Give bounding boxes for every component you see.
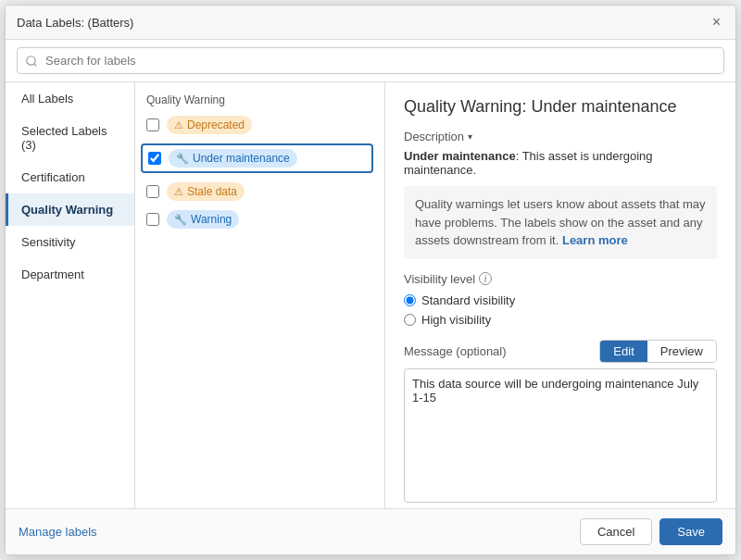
list-item: 🔧 Under maintenance <box>141 143 373 173</box>
maintenance-icon: 🔧 <box>176 153 189 165</box>
detail-panel: Quality Warning: Under maintenance Descr… <box>385 82 735 508</box>
list-item: 🔧 Warning <box>146 210 373 229</box>
dialog: Data Labels: (Batters) × All Labels Sele… <box>5 5 736 555</box>
message-label: Message (optional) <box>404 344 507 358</box>
standard-visibility-radio[interactable] <box>404 294 416 306</box>
search-input[interactable] <box>17 47 724 74</box>
high-visibility-radio[interactable] <box>404 314 416 326</box>
info-icon: i <box>479 272 492 285</box>
dialog-footer: Manage labels Cancel Save <box>6 508 735 554</box>
sidebar-item-all-labels[interactable]: All Labels <box>6 82 134 115</box>
panel-section-title: Quality Warning <box>146 93 373 106</box>
visibility-section: Visibility level i Standard visibility H… <box>404 272 717 327</box>
deprecated-badge: ⚠ Deprecated <box>167 116 252 134</box>
cancel-button[interactable]: Cancel <box>580 518 652 545</box>
preview-tab[interactable]: Preview <box>647 341 716 362</box>
description-header: Description ▾ <box>404 130 717 143</box>
close-button[interactable]: × <box>709 13 724 31</box>
standard-visibility-label: Standard visibility <box>421 293 515 307</box>
under-maintenance-checkbox[interactable] <box>148 152 161 165</box>
main-content: All Labels Selected Labels (3) Certifica… <box>6 82 735 508</box>
sidebar-item-selected-labels[interactable]: Selected Labels (3) <box>6 115 134 161</box>
visibility-label: Visibility level i <box>404 272 717 286</box>
tab-group: Edit Preview <box>599 340 717 363</box>
sidebar-item-sensitivity[interactable]: Sensitivity <box>6 226 134 258</box>
chevron-down-icon[interactable]: ▾ <box>468 131 472 142</box>
sidebar-item-department[interactable]: Department <box>6 258 134 291</box>
high-visibility-option: High visibility <box>404 313 717 327</box>
message-textarea[interactable]: This data source will be undergoing main… <box>404 368 717 503</box>
deprecated-checkbox[interactable] <box>146 118 159 131</box>
stale-icon: ⚠ <box>174 186 183 198</box>
footer-buttons: Cancel Save <box>580 518 722 545</box>
sidebar: All Labels Selected Labels (3) Certifica… <box>6 82 135 508</box>
manage-labels-link[interactable]: Manage labels <box>19 525 97 539</box>
list-item: ⚠ Deprecated <box>146 116 373 134</box>
info-text: Quality warnings let users know about as… <box>415 197 706 247</box>
save-button[interactable]: Save <box>659 518 722 545</box>
description-text: Under maintenance: This asset is undergo… <box>404 149 717 177</box>
message-section: Message (optional) Edit Preview This dat… <box>404 340 717 509</box>
high-visibility-label: High visibility <box>421 313 491 327</box>
warning-checkbox[interactable] <box>146 213 159 226</box>
deprecated-icon: ⚠ <box>174 119 183 131</box>
dialog-title: Data Labels: (Batters) <box>17 16 133 30</box>
warning-icon: 🔧 <box>174 214 187 226</box>
description-main: Under maintenance <box>404 149 516 163</box>
info-box: Quality warnings let users know about as… <box>404 186 717 259</box>
learn-more-link[interactable]: Learn more <box>562 233 628 247</box>
edit-tab[interactable]: Edit <box>600 341 647 362</box>
label-panel: Quality Warning ⚠ Deprecated 🔧 Under mai… <box>135 82 385 508</box>
titlebar: Data Labels: (Batters) × <box>6 6 735 40</box>
stale-data-checkbox[interactable] <box>146 185 159 198</box>
description-label: Description <box>404 130 464 143</box>
under-maintenance-badge: 🔧 Under maintenance <box>169 149 297 168</box>
message-header: Message (optional) Edit Preview <box>404 340 717 363</box>
standard-visibility-option: Standard visibility <box>404 293 717 307</box>
warning-badge: 🔧 Warning <box>167 210 239 229</box>
stale-data-badge: ⚠ Stale data <box>167 182 245 201</box>
list-item: ⚠ Stale data <box>146 182 373 201</box>
search-bar <box>6 40 735 82</box>
sidebar-item-certification[interactable]: Certification <box>6 161 134 193</box>
detail-title: Quality Warning: Under maintenance <box>404 97 717 117</box>
sidebar-item-quality-warning[interactable]: Quality Warning <box>6 193 134 226</box>
